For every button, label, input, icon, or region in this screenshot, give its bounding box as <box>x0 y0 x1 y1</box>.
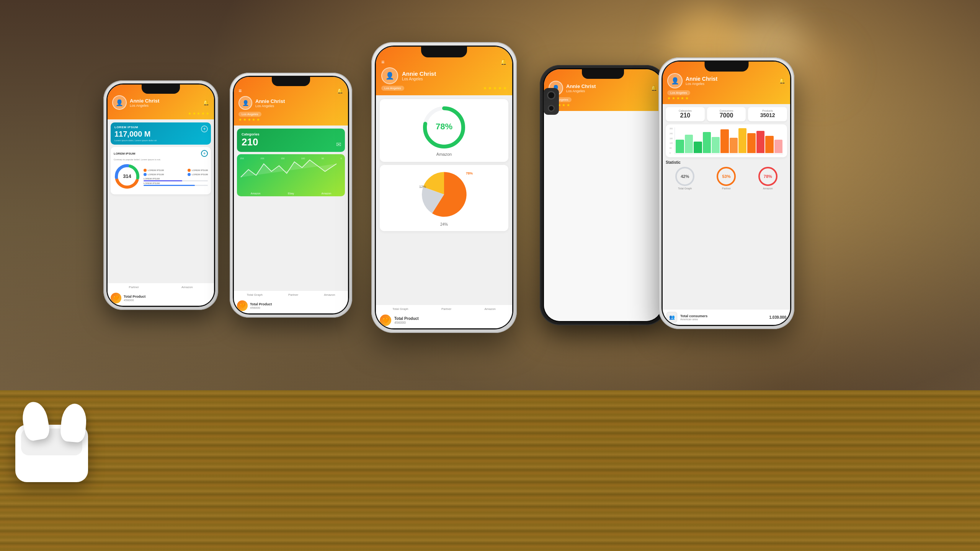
tab-total-graph-3[interactable]: Total Graph <box>392 307 408 311</box>
bar-4 <box>703 132 711 153</box>
legend-2: LOREM IPSUM <box>192 169 208 171</box>
notch-3 <box>421 47 467 57</box>
location-tag-3: Los Angeles <box>381 86 404 91</box>
wooden-table <box>0 390 980 551</box>
phone-3: ≡ 🔔 👤 Annie Christ Los Angeles Los Angel… <box>371 42 517 333</box>
tp-value-1: 456000 <box>124 298 145 302</box>
stars-4: ★ ★ ★ ★ ★ <box>549 103 657 107</box>
tab-partner-1[interactable]: Partner <box>129 285 139 289</box>
tp-icon-3: 🧡 <box>380 315 391 326</box>
user-location-5: Los Angeles <box>686 82 717 86</box>
stars-1: ★ ★ ★ ★ ★ <box>112 111 209 116</box>
pie-label-24: 24% <box>440 222 448 227</box>
stat-value-consumers: 7000 <box>709 112 744 119</box>
chart-label-amazon2: Amazon <box>322 192 332 195</box>
circle-label-42: Total Graph <box>675 187 694 190</box>
tab-amazon-1[interactable]: Amazon <box>181 285 193 289</box>
card1-sub: Lorem ipsum dolor, Lorem ipsum dolor sit <box>114 139 207 142</box>
bar-3 <box>694 142 702 153</box>
bar-5 <box>712 137 720 153</box>
phone2-tabs: Total Graph Partner Amazon <box>234 290 348 298</box>
circle-label-53: Partner <box>717 187 736 190</box>
tp-icon-2: 🧡 <box>237 300 248 311</box>
camera-bump <box>544 88 559 115</box>
tc-icon: 👥 <box>666 312 677 323</box>
phone1-teal-card: LOREM IPSUM 117,000 M Lorem ipsum dolor,… <box>111 122 211 145</box>
camera-lens-secondary <box>548 105 555 112</box>
tab-amazon-3[interactable]: Amazon <box>484 307 495 311</box>
bar-7 <box>730 138 738 153</box>
pie-label-78: 78% <box>466 171 473 175</box>
circle-53: 53% <box>717 167 736 186</box>
stars-5: ★ ★ ★ ★ ★ <box>667 96 786 100</box>
airpods <box>11 406 96 482</box>
user-location-3: Los Angeles <box>402 77 436 81</box>
envelope-icon: ✉ <box>336 141 341 148</box>
svg-text:78%: 78% <box>436 122 452 131</box>
phone5-circles: 42% Total Graph 53% Partner 78% Amazon <box>666 167 787 190</box>
user-name-1: Annie Christ <box>130 98 159 104</box>
tab-partner-2[interactable]: Partner <box>288 293 298 297</box>
phone2-total-product: 🧡 Total Product 456000 <box>234 298 348 313</box>
stat-label-products: Products <box>750 109 785 112</box>
card1-value: 117,000 M <box>114 130 207 139</box>
bar-6 <box>720 129 728 153</box>
phones-container: 👤 Annie Christ Los Angeles 🔔 ★ ★ ★ ★ ★ L… <box>19 42 961 348</box>
phone1-donut-card: LOREM IPSUM + Contrary to popular belief… <box>111 147 211 194</box>
categories-label-2: Categories <box>242 132 340 136</box>
tp-value-2: 456000 <box>250 306 272 310</box>
bar-12 <box>774 140 782 153</box>
phone5-total-consumers: 👥 Total consumers American area 1.039.00… <box>663 309 790 325</box>
phone1-tabs: Partner Amazon <box>108 283 214 290</box>
user-location-4: Los Angeles <box>566 89 596 93</box>
bar-10 <box>756 131 764 153</box>
tab-amazon-2[interactable]: Amazon <box>324 293 335 297</box>
bell-2: 🔔 <box>337 88 343 94</box>
phone-4: 👤 Annie Christ Los Angeles 🔔 Los Angeles… <box>540 65 666 325</box>
legend-1: LOREM IPSUM <box>148 169 164 171</box>
airpod-right <box>60 403 88 443</box>
bell-5: 🔔 <box>779 78 786 84</box>
user-name-3: Annie Christ <box>402 70 436 77</box>
avatar-1: 👤 <box>112 95 127 110</box>
stat-value-categories: 210 <box>668 112 702 119</box>
user-name-4: Annie Christ <box>566 83 596 89</box>
section2-sub: Contrary to popular belief, Lorem ipsum … <box>114 158 208 161</box>
notch-4 <box>582 69 624 79</box>
circle-label-3: Amazon <box>436 152 452 156</box>
stars-2: ★ ★ ★ ★ ★ <box>238 117 343 122</box>
tab-total-graph-2[interactable]: Total Graph <box>247 293 263 297</box>
avatar-2: 👤 <box>238 96 252 110</box>
bar-1 <box>676 140 684 153</box>
stat-value-products: 35012 <box>750 112 785 118</box>
phone-2: ≡ 🔔 👤 Annie Christ Los Angeles Los Angel… <box>230 73 352 318</box>
statistic-label: Statistic <box>666 160 787 165</box>
hamburger-2: ≡ <box>238 88 242 94</box>
tp-value-3: 456000 <box>394 321 419 324</box>
legend-4: LOREM IPSUM <box>192 173 208 176</box>
bar-9 <box>747 133 755 153</box>
tc-value: 1.039.000 <box>769 315 787 320</box>
tc-sub: American area <box>680 318 707 321</box>
pie-label-12: 12% <box>419 185 426 189</box>
add-icon-1[interactable]: + <box>201 126 208 132</box>
phone1-total-product: 🧡 Total Product 456000 <box>108 290 214 306</box>
user-location-1: Los Angeles <box>130 104 159 108</box>
tc-label: Total consumers <box>680 314 707 318</box>
phone3-total-product: 🧡 Total Product 456000 <box>376 312 512 328</box>
camera-lens-main <box>547 91 555 99</box>
circle-42: 42% <box>675 167 694 186</box>
tab-partner-3[interactable]: Partner <box>441 307 451 311</box>
hamburger-3: ≡ <box>381 59 384 65</box>
phone5-stats-row: Categories 210 Consumers 7000 Products 3… <box>666 107 787 121</box>
avatar-3: 👤 <box>381 67 398 84</box>
circle-label-78: Amazon <box>758 187 777 190</box>
tp-label-2: Total Product <box>250 302 272 306</box>
phone2-chart-card: 250200150100500 Amazon Ebay Amazon <box>237 154 345 196</box>
categories-value-2: 210 <box>242 136 340 148</box>
phone2-categories-card: Categories 210 ✉ <box>237 129 345 152</box>
location-tag-2: Los Angeles <box>238 112 261 117</box>
stat-label-consumers: Consumers <box>709 109 744 112</box>
pie-chart-svg <box>419 170 469 219</box>
add-icon-2[interactable]: + <box>201 150 208 157</box>
